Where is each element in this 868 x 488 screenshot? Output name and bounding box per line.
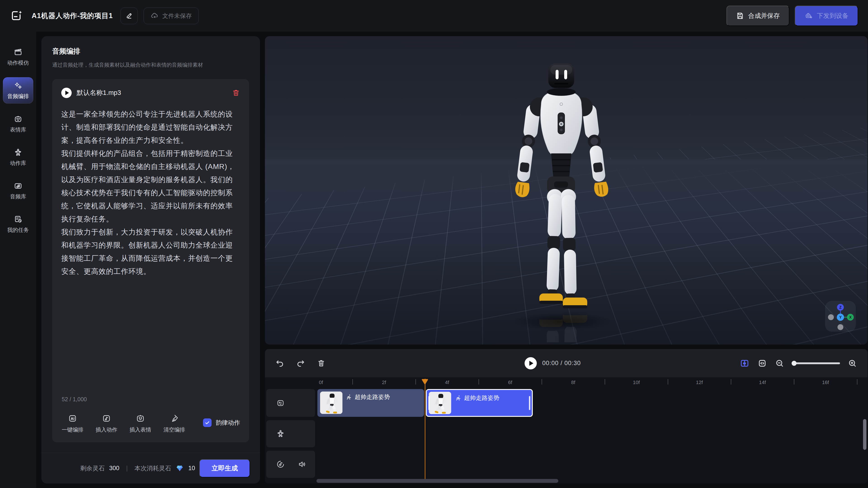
sidebar-item-label: 音频库 bbox=[10, 193, 26, 200]
ruler-tick bbox=[352, 379, 353, 385]
ruler-label: 8f bbox=[571, 380, 575, 385]
insert-action-button[interactable]: 插入动作 bbox=[96, 414, 117, 433]
sidebar-item-label: 动作库 bbox=[10, 160, 26, 167]
ruler-label: 6f bbox=[508, 380, 512, 385]
track-header-expression[interactable] bbox=[266, 389, 315, 417]
undo-button[interactable] bbox=[275, 359, 284, 368]
save-icon bbox=[736, 12, 744, 20]
orientation-gizmo[interactable]: Z Y X bbox=[825, 301, 856, 332]
audio-card-icon bbox=[14, 182, 22, 190]
running-person-icon bbox=[455, 395, 461, 401]
audio-play-button[interactable] bbox=[61, 88, 72, 98]
transcript-paragraph: 我们致力于创新，大力投资于研发，以突破人机协作和机器学习的界限。创新机器人公司助… bbox=[61, 225, 240, 278]
auto-fit-clip-button[interactable] bbox=[740, 358, 749, 368]
transcript-paragraph: 我们提供样化的产品组合，包括用于精密制造的工业机械臂、用于物流和仓储的自主移动机… bbox=[61, 147, 240, 225]
music-disc-icon bbox=[276, 460, 285, 468]
delete-audio-button[interactable] bbox=[232, 89, 240, 97]
char-count: 52 / 1,000 bbox=[62, 396, 87, 402]
clear-arrange-button[interactable]: 清空编排 bbox=[163, 414, 185, 433]
speaker-icon[interactable] bbox=[298, 460, 307, 468]
insert-expression-button[interactable]: 插入表情 bbox=[129, 414, 151, 433]
horizontal-scrollbar[interactable] bbox=[316, 479, 558, 483]
rename-button[interactable] bbox=[121, 7, 138, 24]
track-header-audio[interactable] bbox=[266, 451, 315, 478]
audio-filename: 默认名称1.mp3 bbox=[76, 88, 227, 97]
note-card-icon bbox=[102, 414, 111, 423]
vertical-scrollbar[interactable] bbox=[863, 419, 866, 450]
rhythm-motion-toggle[interactable]: 韵律动作 bbox=[203, 418, 240, 433]
time-display: 00:00 / 00:30 bbox=[542, 360, 581, 367]
deploy-to-device-button[interactable]: 下发到设备 bbox=[795, 6, 858, 26]
check-icon bbox=[205, 420, 210, 425]
ruler-label: 16f bbox=[822, 380, 829, 385]
sidebar-item-label: 动作模仿 bbox=[7, 59, 29, 66]
zoom-out-button[interactable] bbox=[775, 359, 784, 368]
sparkles-icon bbox=[14, 81, 22, 90]
card-actions: 一键编排 插入动作 插入表情 bbox=[62, 414, 240, 433]
redo-button[interactable] bbox=[296, 359, 305, 368]
action-label: 插入动作 bbox=[96, 426, 117, 433]
viewport-3d[interactable]: Z Y X bbox=[265, 36, 868, 345]
track-header-action[interactable] bbox=[266, 420, 315, 447]
credits-info: 剩余灵石 300 | 本次消耗灵石 10 bbox=[80, 464, 195, 473]
audio-clip-card: 默认名称1.mp3 这是一家全球领先的公司专注于先进机器人系统的设计、制造和部署… bbox=[52, 79, 249, 442]
cloud-unsaved-icon bbox=[151, 12, 159, 20]
ruler-tick bbox=[415, 379, 416, 385]
gizmo-neg-x[interactable] bbox=[828, 314, 834, 320]
timeline-clip-selected[interactable]: 超帅走路姿势 bbox=[426, 389, 533, 417]
playhead-handle[interactable] bbox=[422, 378, 428, 386]
timeline[interactable]: 0f 2f 4f 6f 8f 10f 12f 14f 16f bbox=[265, 377, 868, 484]
save-compose-button[interactable]: 合成并保存 bbox=[726, 6, 789, 26]
fit-timeline-button[interactable] bbox=[757, 358, 767, 368]
play-button[interactable] bbox=[525, 357, 537, 369]
clip-trim-handle-right[interactable] bbox=[529, 396, 530, 410]
sidebar-item-action-library[interactable]: 动作库 bbox=[3, 144, 33, 170]
play-icon bbox=[65, 91, 69, 95]
ruler-tick bbox=[731, 379, 731, 385]
sidebar-item-label: 表情库 bbox=[10, 126, 26, 133]
zoom-slider-knob[interactable] bbox=[792, 361, 797, 366]
ruler-label: 12f bbox=[696, 380, 703, 385]
delete-clip-button[interactable] bbox=[317, 359, 326, 367]
face-card-icon bbox=[136, 414, 145, 423]
gizmo-z-label: Z bbox=[839, 305, 842, 309]
ruler-tick bbox=[604, 379, 605, 385]
sidebar: 动作模仿 音频编排 表情库 动作库 音频库 bbox=[0, 32, 36, 488]
credits-divider: | bbox=[124, 465, 130, 472]
file-unsaved-label: 文件未保存 bbox=[162, 12, 192, 20]
sidebar-item-audio-library[interactable]: 音频库 bbox=[3, 177, 33, 204]
robot-figure[interactable] bbox=[504, 58, 631, 342]
timeline-clip[interactable]: 超帅走路姿势 bbox=[317, 389, 424, 417]
deploy-to-device-label: 下发到设备 bbox=[817, 11, 848, 20]
audio-file-row: 默认名称1.mp3 bbox=[61, 88, 240, 98]
app-logo-icon bbox=[10, 9, 23, 22]
one-key-arrange-button[interactable]: 一键编排 bbox=[62, 414, 84, 433]
robot-download-icon bbox=[804, 11, 813, 20]
panel-footer: 剩余灵石 300 | 本次消耗灵石 10 立即生成 bbox=[41, 453, 260, 484]
project-title: A1机器人动作-我的项目1 bbox=[32, 11, 113, 21]
generate-now-button[interactable]: 立即生成 bbox=[199, 459, 250, 477]
sidebar-item-label: 音频编排 bbox=[7, 93, 29, 100]
gizmo-neg-z[interactable] bbox=[837, 324, 843, 330]
ruler-tick bbox=[668, 379, 668, 385]
ruler-tick bbox=[794, 379, 794, 385]
timeline-zoom-slider[interactable] bbox=[792, 362, 840, 364]
file-unsaved-status[interactable]: 文件未保存 bbox=[144, 7, 199, 24]
panel-subtitle: 通过音频处理，生成音频素材以及融合动作和表情的音频编排素材 bbox=[41, 56, 260, 68]
sidebar-item-expression-library[interactable]: 表情库 bbox=[3, 111, 33, 137]
task-list-icon bbox=[14, 215, 22, 224]
sidebar-item-audio-arrange[interactable]: 音频编排 bbox=[3, 77, 33, 103]
audio-transcript[interactable]: 这是一家全球领先的公司专注于先进机器人系统的设计、制造和部署我们的使命是通过智能… bbox=[61, 107, 240, 278]
sidebar-item-label: 我的任务 bbox=[7, 226, 29, 234]
rhythm-checkbox[interactable] bbox=[203, 418, 212, 427]
trash-icon bbox=[232, 89, 240, 97]
action-label: 一键编排 bbox=[62, 426, 84, 433]
clip-thumbnail bbox=[429, 392, 451, 414]
zoom-in-button[interactable] bbox=[848, 359, 857, 368]
clip-trim-handle-left[interactable] bbox=[428, 396, 430, 410]
action-label: 插入表情 bbox=[129, 426, 151, 433]
sidebar-item-motion-mimic[interactable]: 动作模仿 bbox=[3, 44, 33, 70]
clip-label: 超帅走路姿势 bbox=[464, 394, 499, 402]
play-icon bbox=[529, 361, 533, 366]
sidebar-item-my-tasks[interactable]: 我的任务 bbox=[3, 211, 33, 237]
